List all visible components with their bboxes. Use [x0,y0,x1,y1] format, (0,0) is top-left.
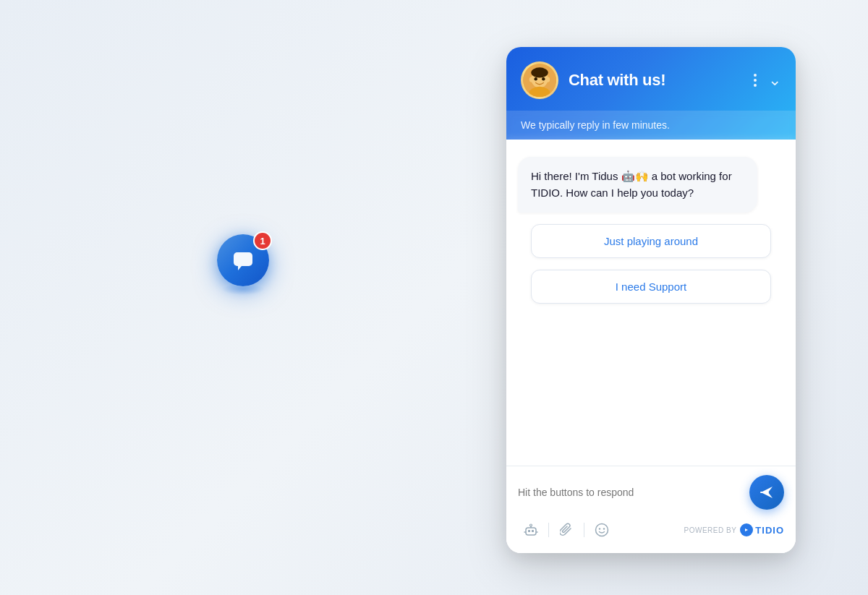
svg-point-20 [599,528,600,529]
agent-avatar [521,61,558,99]
attach-icon [560,523,573,537]
tidio-logo: TIDIO [740,523,784,536]
svg-point-8 [534,77,537,80]
chat-widget: Chat with us! ⌄ We typically reply in fe… [506,47,796,553]
launcher-shadow [221,283,265,295]
emoji-icon [595,523,609,537]
dot-3 [754,84,757,87]
chat-header: Chat with us! ⌄ We typically reply in fe… [506,47,796,140]
svg-point-9 [542,77,545,80]
tidio-logo-icon [740,523,753,536]
svg-point-5 [546,77,550,82]
avatar-image [523,64,556,97]
svg-rect-7 [532,70,548,75]
tidio-icon [742,526,751,534]
chat-footer: POWERED BY TIDIO [506,466,796,553]
dot-1 [754,74,757,77]
chat-body: Hi there! I'm Tidus 🤖🙌 a bot working for… [506,140,796,466]
send-icon [759,484,775,500]
tidio-brand-name: TIDIO [755,525,784,536]
footer-toolbar: POWERED BY TIDIO [518,517,784,543]
quick-reply-support[interactable]: I need Support [531,270,770,304]
more-options-button[interactable] [754,74,757,87]
powered-by-text: POWERED BY [684,526,737,534]
bot-options-button[interactable] [518,517,544,543]
chat-title: Chat with us! [569,71,744,90]
quick-reply-playing[interactable]: Just playing around [531,224,770,258]
chat-header-top: Chat with us! ⌄ [506,47,796,111]
svg-rect-13 [528,530,530,532]
attach-button[interactable] [553,517,579,543]
chat-launcher-wrapper: 1 [217,234,269,286]
header-actions: ⌄ [754,71,781,90]
toolbar-divider-1 [548,523,549,537]
dot-2 [754,79,757,82]
chat-input-row [518,475,784,510]
chat-text-input[interactable] [518,487,744,498]
svg-point-21 [603,528,605,529]
toolbar-divider-2 [584,523,584,537]
svg-rect-14 [532,530,534,532]
bot-message-bubble: Hi there! I'm Tidus 🤖🙌 a bot working for… [518,157,757,213]
bot-message-text: Hi there! I'm Tidus 🤖🙌 a bot working for… [531,168,744,201]
svg-rect-0 [234,252,252,266]
minimize-button[interactable]: ⌄ [768,71,781,90]
bot-icon [524,523,538,537]
svg-point-4 [529,77,533,82]
chat-bubble-icon [231,249,255,272]
emoji-button[interactable] [589,517,615,543]
svg-rect-12 [526,528,536,535]
chat-subtitle: We typically reply in few minutes. [506,111,796,140]
send-button[interactable] [749,475,784,510]
powered-by: POWERED BY TIDIO [684,523,784,536]
chat-spacer [518,312,784,454]
svg-marker-1 [238,266,242,270]
chat-launcher-button[interactable]: 1 [217,234,269,286]
svg-point-19 [596,524,608,536]
svg-rect-11 [529,90,550,97]
notification-badge: 1 [253,231,272,250]
svg-point-16 [530,524,532,526]
